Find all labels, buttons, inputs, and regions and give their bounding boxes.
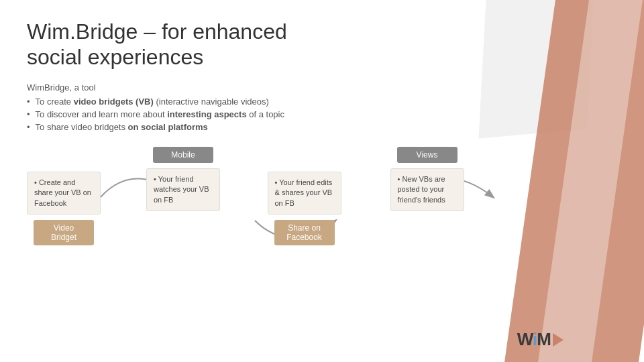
vb-content-box: • Create and share your VB on Facebook [27,172,101,215]
title-line2: social experiences [27,45,203,69]
views-content-box: • New VBs are posted to your friend's fr… [390,168,464,211]
flow-node-mobile: Mobile • Your friend watches your VB on … [146,147,220,211]
mobile-content-text: • Your friend watches your VB on FB [154,175,209,204]
flow-diagram: • Create and share your VB on Facebook V… [27,147,577,274]
mobile-content-box: • Your friend watches your VB on FB [146,168,220,211]
flow-node-vb: • Create and share your VB on Facebook V… [27,147,101,245]
share-content-box: • Your friend edits & shares your VB on … [268,172,341,215]
flow-node-views: Views • New VBs are posted to your frien… [388,147,466,211]
share-bottom-label: Share onFacebook [274,220,335,245]
share-content-text: • Your friend edits & shares your VB on … [275,178,333,207]
wim-logo: WiM [517,329,564,350]
flow-node-share: • Your friend edits & shares your VB on … [266,147,343,245]
views-content-text: • New VBs are posted to your friend's fr… [398,175,445,204]
bullet-list: To create video bridgets (VB) (interacti… [27,95,617,133]
bullet-3-text: To share video bridgets on social platfo… [36,122,208,132]
main-content: Wim.Bridge – for enhanced social experie… [0,0,644,288]
flow-nodes: • Create and share your VB on Facebook V… [27,147,577,245]
vb-bottom-label: VideoBridget [34,220,94,245]
logo-text: WiM [517,329,551,350]
bullet-1: To create video bridgets (VB) (interacti… [27,95,617,108]
bullet-1-text: To create video bridgets (VB) (interacti… [36,97,269,107]
mobile-top-label: Mobile [153,147,213,163]
intro-text: WimBridge, a tool [27,82,617,93]
bullet-3: To share video bridgets on social platfo… [27,121,617,133]
vb-content-text: • Create and share your VB on Facebook [34,178,91,207]
title-line1: Wim.Bridge – for enhanced [27,19,287,44]
page-title: Wim.Bridge – for enhanced social experie… [27,19,617,70]
views-top-label: Views [397,147,458,163]
bullet-2-text: To discover and learn more about interes… [36,109,284,119]
bullet-2: To discover and learn more about interes… [27,108,617,121]
logo-play-icon [553,333,564,347]
